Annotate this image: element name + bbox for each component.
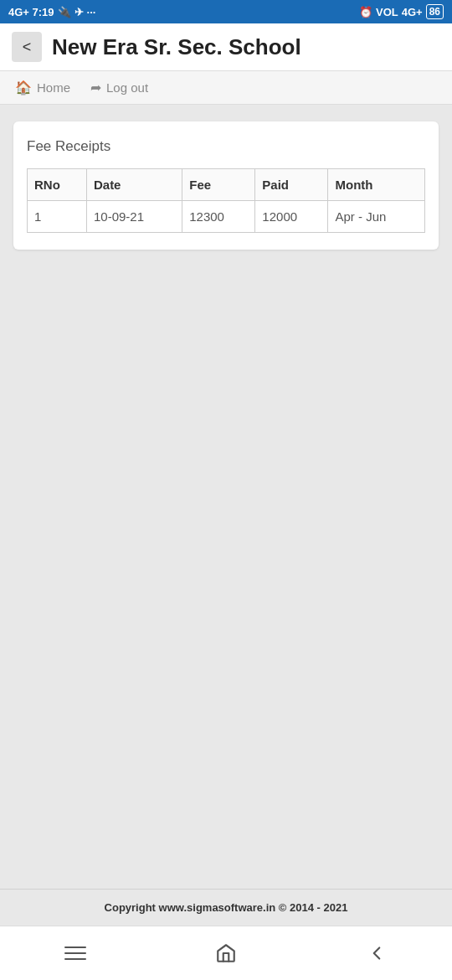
back-icon: < xyxy=(23,39,32,56)
home-nav-icon xyxy=(215,942,237,964)
telegram-icon: ✈ xyxy=(74,6,84,18)
table-row: 1 10-09-21 12300 12000 Apr - Jun xyxy=(28,201,425,233)
home-icon: 🏠 xyxy=(15,80,32,95)
cell-rno: 1 xyxy=(28,201,87,233)
logout-label: Log out xyxy=(106,80,148,95)
table-header-row: RNo Date Fee Paid Month xyxy=(28,169,425,201)
back-nav-button[interactable] xyxy=(352,936,402,970)
home-button[interactable] xyxy=(201,936,251,970)
col-header-month: Month xyxy=(328,169,425,201)
bottom-nav xyxy=(0,926,452,980)
battery-indicator: 86 xyxy=(426,4,444,19)
nav-bar: 🏠 Home ➦ Log out xyxy=(0,71,452,105)
cell-month: Apr - Jun xyxy=(328,201,425,233)
home-nav-item[interactable]: 🏠 Home xyxy=(15,80,70,95)
signal-icon: 4G+ 7:19 xyxy=(8,6,54,18)
col-header-paid: Paid xyxy=(255,169,328,201)
table-header: RNo Date Fee Paid Month xyxy=(28,169,425,201)
usb-icon: 🔌 xyxy=(58,6,71,18)
col-header-rno: RNo xyxy=(28,169,87,201)
status-bar-right: ⏰ VOL 4G+ 86 xyxy=(359,4,444,19)
back-button[interactable]: < xyxy=(12,32,42,62)
cell-paid: 12000 xyxy=(255,201,328,233)
vol-label: VOL xyxy=(376,6,398,18)
fee-receipts-card: Fee Receipts RNo Date Fee Paid Month 1 1… xyxy=(13,121,439,250)
page-title: New Era Sr. Sec. School xyxy=(52,34,301,60)
logout-nav-item[interactable]: ➦ Log out xyxy=(90,80,148,95)
status-bar-left: 4G+ 7:19 🔌 ✈ ··· xyxy=(8,6,95,18)
fee-receipts-table: RNo Date Fee Paid Month 1 10-09-21 12300… xyxy=(27,168,425,233)
col-header-fee: Fee xyxy=(182,169,255,201)
back-nav-icon xyxy=(366,942,388,964)
footer-copyright: Copyright www.sigmasoftware.in © 2014 - … xyxy=(0,889,452,926)
menu-button[interactable] xyxy=(50,936,100,970)
status-bar: 4G+ 7:19 🔌 ✈ ··· ⏰ VOL 4G+ 86 xyxy=(0,0,452,23)
more-icon: ··· xyxy=(87,6,96,18)
copyright-text: www.sigmasoftware.in © 2014 - 2021 xyxy=(159,901,348,914)
lte-label: 4G+ xyxy=(402,6,423,18)
col-header-date: Date xyxy=(86,169,182,201)
alarm-icon: ⏰ xyxy=(359,6,372,18)
home-label: Home xyxy=(37,80,70,95)
table-body: 1 10-09-21 12300 12000 Apr - Jun xyxy=(28,201,425,233)
hamburger-icon xyxy=(64,946,86,960)
card-title: Fee Receipts xyxy=(27,138,425,155)
header: < New Era Sr. Sec. School xyxy=(0,23,452,71)
cell-date: 10-09-21 xyxy=(86,201,182,233)
cell-fee: 12300 xyxy=(182,201,255,233)
logout-icon: ➦ xyxy=(90,80,101,95)
main-content: Fee Receipts RNo Date Fee Paid Month 1 1… xyxy=(0,105,452,889)
copyright-label: Copyright xyxy=(105,901,156,914)
